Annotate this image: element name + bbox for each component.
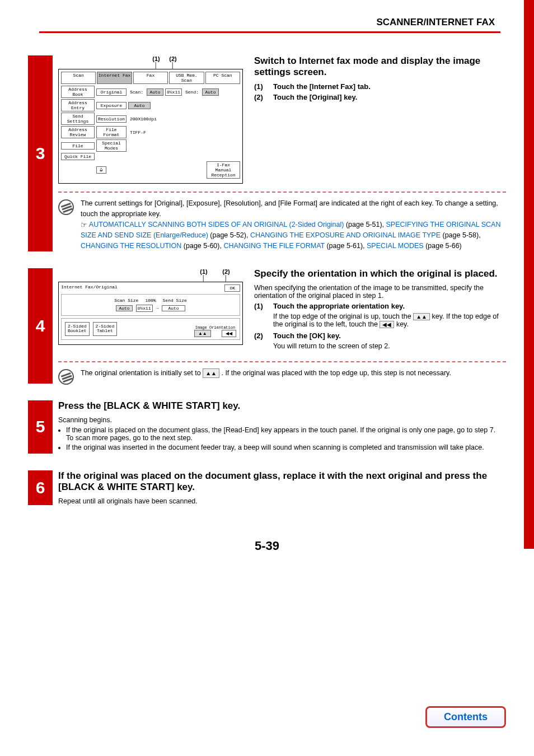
- link-special-modes[interactable]: SPECIAL MODES: [367, 242, 424, 250]
- step4-divider: [58, 361, 506, 362]
- orientation-left-icon: ◀◀: [380, 321, 394, 328]
- pencil-note-icon: [56, 197, 76, 217]
- pencil-note-icon: [56, 367, 76, 387]
- val-scan-size: 8½x11: [165, 88, 182, 96]
- step3-heading: Switch to Internet fax mode and display …: [254, 55, 506, 78]
- btn-address-review[interactable]: Address Review: [61, 126, 95, 138]
- step-number-3: 3: [28, 55, 53, 251]
- ok-button[interactable]: OK: [224, 284, 240, 292]
- step6-line1: Repeat until all originals have been sca…: [58, 497, 500, 505]
- speaker-icon[interactable]: 🕭: [96, 166, 106, 174]
- step4-item-2: (2) Touch the [OK] key.: [254, 332, 506, 340]
- step4-touchscreen: Internet Fax/Original OK Scan Size 100% …: [58, 282, 243, 346]
- step3-note: The current settings for [Original], [Ex…: [58, 198, 506, 251]
- step3-item-2: (2) Touch the [Original] key.: [254, 93, 506, 101]
- val-scan-auto: Auto: [147, 88, 163, 96]
- step3-touchscreen: Scan Internet Fax Fax USB Mem. Scan PC S…: [58, 69, 243, 184]
- btn-address-book[interactable]: Address Book: [61, 86, 95, 98]
- header-title: SCANNER/INTERNET FAX: [0, 11, 534, 31]
- step3-item-1: (1) Touch the [Internet Fax] tab.: [254, 82, 506, 91]
- step4-note: The original orientation is initially se…: [58, 368, 506, 384]
- step-number-5: 5: [28, 400, 53, 454]
- btn-exposure[interactable]: Exposure: [96, 102, 127, 109]
- page-header: SCANNER/INTERNET FAX: [0, 11, 534, 33]
- step5-line1: Scanning begins.: [58, 416, 500, 424]
- step5-heading: Press the [BLACK & WHITE START] key.: [58, 400, 500, 412]
- link-auto-2sided[interactable]: AUTOMATICALLY SCANNING BOTH SIDES OF AN …: [89, 221, 344, 228]
- side-red-tab: [524, 0, 534, 549]
- tab-fax[interactable]: Fax: [133, 72, 168, 84]
- tab-usb-mem-scan[interactable]: USB Mem. Scan: [169, 72, 204, 84]
- btn-file[interactable]: File: [61, 142, 95, 150]
- step-number-6: 6: [28, 470, 53, 505]
- step6-heading: If the original was placed on the docume…: [58, 470, 500, 493]
- val-exposure: Auto: [128, 102, 151, 109]
- step-6: 6 If the original was placed on the docu…: [28, 470, 506, 505]
- link-resolution[interactable]: CHANGING THE RESOLUTION: [81, 242, 181, 250]
- contents-button[interactable]: Contents: [425, 706, 506, 728]
- orientation-up-key[interactable]: ▲▲: [194, 330, 211, 337]
- step-3: 3 (1) (2) │ │ Scan Internet Fax: [28, 55, 506, 251]
- step3-callouts: (1) (2): [58, 55, 243, 62]
- orientation-left-key[interactable]: ◀◀: [222, 330, 236, 337]
- page-number: 5-39: [0, 539, 534, 553]
- tab-internet-fax[interactable]: Internet Fax: [97, 72, 132, 84]
- step5-bullet-1: If the original is placed on the documen…: [66, 426, 500, 442]
- orientation-up-icon: ▲▲: [203, 368, 219, 378]
- step4-item-1-desc: If the top edge of the original is up, t…: [273, 312, 506, 328]
- btn-special-modes[interactable]: Special Modes: [96, 139, 127, 152]
- val-file-format: TIFF-F: [128, 129, 148, 136]
- btn-file-format[interactable]: File Format: [96, 126, 127, 138]
- btn-send-settings[interactable]: Send Settings: [61, 113, 95, 125]
- link-exposure[interactable]: CHANGING THE EXPOSURE AND ORIGINAL IMAGE…: [250, 231, 441, 239]
- screen-title: Internet Fax/Original: [61, 284, 118, 292]
- step4-heading: Specify the orientation in which the ori…: [254, 268, 506, 279]
- step4-item-2-desc: You will return to the screen of step 2.: [273, 342, 506, 350]
- step4-item-1: (1) Touch the appropriate orientation ke…: [254, 302, 506, 310]
- btn-quick-file[interactable]: Quick File: [61, 153, 95, 160]
- step4-callouts: (1) (2): [58, 268, 243, 275]
- step-5: 5 Press the [BLACK & WHITE START] key. S…: [28, 400, 506, 454]
- tab-scan[interactable]: Scan: [61, 72, 96, 84]
- btn-ifax-manual-reception[interactable]: I-Fax Manual Reception: [207, 161, 240, 179]
- btn-resolution[interactable]: Resolution: [96, 115, 127, 123]
- tab-pc-scan[interactable]: PC Scan: [205, 72, 240, 84]
- btn-2sided-tablet[interactable]: 2-Sided Tablet: [93, 322, 118, 337]
- step-number-4: 4: [28, 268, 53, 384]
- btn-address-entry[interactable]: Address Entry: [61, 99, 95, 111]
- scan-auto-pill[interactable]: Auto: [116, 305, 132, 311]
- btn-original[interactable]: Original: [96, 88, 127, 96]
- hand-pointer-icon: ☞: [81, 220, 87, 231]
- step4-intro: When specifying the orientation of the i…: [254, 284, 506, 300]
- step5-bullet-2: If the original was inserted in the docu…: [66, 444, 500, 451]
- step-4: 4 (1) (2) │ │ Internet Fax/Original OK: [28, 268, 506, 384]
- send-auto[interactable]: Auto: [162, 305, 185, 311]
- btn-2sided-booklet[interactable]: 2-Sided Booklet: [65, 322, 90, 337]
- step3-divider: [58, 192, 506, 193]
- link-file-format[interactable]: CHANGING THE FILE FORMAT: [223, 242, 325, 250]
- scan-dim[interactable]: 8½x11: [136, 305, 153, 312]
- val-send-auto: Auto: [202, 88, 219, 96]
- orientation-up-icon: ▲▲: [413, 313, 430, 320]
- val-resolution: 200X100dpi: [128, 116, 158, 122]
